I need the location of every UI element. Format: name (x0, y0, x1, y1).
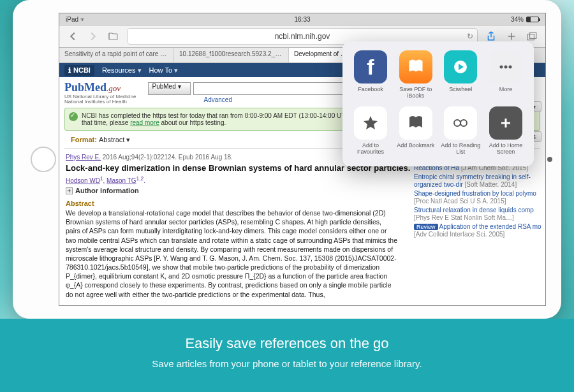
check-icon (69, 112, 78, 121)
menu-howto[interactable]: How To (149, 66, 179, 75)
pubmed-subtitle-2: National Institutes of Health (64, 99, 136, 105)
status-time: 16:33 (294, 16, 310, 23)
hs-icon (489, 106, 522, 140)
notice-read-more[interactable]: read more (130, 119, 159, 126)
plus-icon: + (66, 187, 73, 194)
advanced-link[interactable]: Advanced (204, 96, 353, 103)
status-bar: iPad ᯤ 16:33 34% (59, 13, 545, 25)
rl-icon (444, 106, 477, 140)
back-button[interactable] (66, 29, 80, 43)
search-input[interactable] (193, 82, 353, 95)
svg-point-7 (460, 120, 467, 126)
similar-article-link[interactable]: Structural relaxation in dense liquids c… (414, 207, 541, 221)
home-button[interactable] (31, 147, 56, 172)
share-fav[interactable]: Add to Favourites (350, 106, 391, 155)
fb-icon: f (354, 50, 387, 83)
tab-2[interactable]: 10.12688_f1000research.5923.2_201… (174, 48, 289, 62)
ncbi-logo[interactable]: ℹ NCBI (64, 65, 94, 76)
frame: iPad ᯤ 16:33 34% ncbi.nlm.nih.gov ↻ (0, 0, 574, 392)
tab-1[interactable]: Sensitivity of a rapid point of care ass… (59, 48, 174, 62)
bookmarks-button[interactable] (107, 29, 121, 43)
banner-heading: Easily save references on the go (0, 335, 574, 352)
svg-point-6 (454, 120, 460, 126)
pubmed-search: PubMed ▾ Advanced (148, 82, 353, 103)
share-hs[interactable]: Add to Home Screen (485, 106, 526, 155)
abstract-text: We develop a translational-rotational ca… (59, 208, 404, 299)
share-fb[interactable]: fFacebook (350, 50, 391, 99)
author-1[interactable]: Hodson WD (66, 177, 100, 184)
screen: iPad ᯤ 16:33 34% ncbi.nlm.nih.gov ↻ (59, 13, 546, 306)
share-ibooks[interactable]: Save PDF to iBooks (395, 50, 436, 99)
bm-icon (399, 106, 432, 140)
search-db-select[interactable]: PubMed ▾ (148, 82, 191, 95)
forward-button[interactable] (86, 29, 100, 43)
sidebar: Send to ▾ Add to Favorites Similar artic… (414, 197, 541, 240)
ibooks-icon (399, 50, 432, 83)
svg-rect-0 (527, 34, 534, 40)
pubmed-logo[interactable]: PubMed.gov (64, 81, 136, 94)
url-text: ncbi.nlm.nih.gov (275, 32, 330, 41)
more-icon (489, 50, 522, 83)
similar-article-link[interactable]: ReviewApplication of the extended RSA mo… (414, 223, 541, 238)
share-rl[interactable]: Add to Reading List (440, 106, 481, 155)
journal-link[interactable]: Phys Rev E. (66, 154, 101, 161)
share-bm[interactable]: Add Bookmark (395, 106, 436, 155)
status-left: iPad ᯤ (66, 16, 87, 23)
camera (547, 157, 552, 162)
share-sheet: fFacebookSave PDF to iBooksSciwheelMore … (342, 41, 534, 166)
similar-article-link[interactable]: Entropic chiral symmetry breaking in sel… (414, 173, 541, 188)
svg-point-4 (504, 66, 507, 69)
fav-icon (354, 106, 387, 140)
similar-article-link[interactable]: Shape-designed frustration by local poly… (414, 190, 541, 205)
format-value: Abstract (99, 136, 130, 143)
svg-point-3 (499, 66, 503, 69)
ipad-device: iPad ᯤ 16:33 34% ncbi.nlm.nih.gov ↻ (13, 0, 561, 319)
promo-banner: Easily save references on the go Save ar… (0, 319, 574, 392)
battery-icon (526, 17, 539, 22)
reload-icon[interactable]: ↻ (467, 32, 473, 41)
share-sci[interactable]: Sciwheel (440, 50, 481, 99)
svg-point-5 (508, 66, 511, 69)
sci-icon (444, 50, 477, 83)
menu-resources[interactable]: Resources (102, 66, 142, 75)
banner-subheading: Save articles from your phone or tablet … (0, 358, 574, 369)
review-tag: Review (414, 224, 438, 230)
author-2[interactable]: Mason TG (107, 177, 136, 184)
status-battery: 34% (511, 16, 539, 23)
svg-rect-1 (530, 33, 536, 38)
share-more[interactable]: More (485, 50, 526, 99)
